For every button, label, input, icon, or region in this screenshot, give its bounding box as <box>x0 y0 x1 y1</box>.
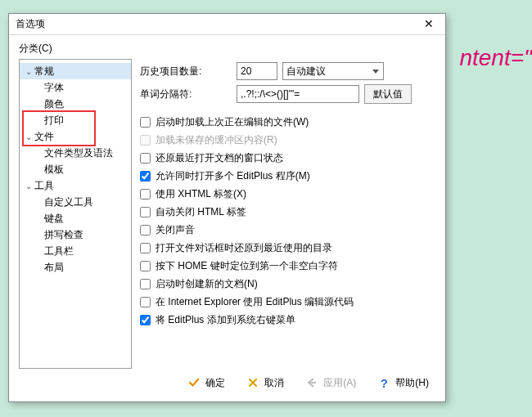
tree-item-11[interactable]: 工具栏 <box>20 243 131 259</box>
checkbox[interactable] <box>140 243 151 253</box>
tree-label: 拼写检查 <box>44 228 83 242</box>
check-row-5[interactable]: 自动关闭 HTML 标签 <box>140 203 435 221</box>
checkbox-label: 打开文件对话框时还原到最近使用的目录 <box>156 241 332 255</box>
history-count-input[interactable] <box>237 62 277 80</box>
background-code-snippet: ntent=" <box>459 45 532 71</box>
tree-label: 颜色 <box>44 97 64 111</box>
checkbox-label: 启动时创建新的文档(N) <box>156 277 258 291</box>
word-delimiter-label: 单词分隔符: <box>140 87 232 101</box>
tree-item-8[interactable]: 自定义工具 <box>20 194 131 210</box>
tree-item-7[interactable]: ⌄工具 <box>20 177 131 194</box>
x-icon <box>246 376 259 389</box>
cancel-label: 取消 <box>264 376 284 390</box>
help-button[interactable]: ? 帮助(H) <box>374 374 432 392</box>
tree-item-9[interactable]: 键盘 <box>20 210 131 226</box>
checkbox-label: 将 EditPlus 添加到系统右键菜单 <box>156 313 295 327</box>
tree-item-0[interactable]: ⌄常规 <box>20 63 131 79</box>
settings-panel: 历史项目数量: 单词分隔符: 默认值 启动时加载上次正在编辑的文件(W)加载未保… <box>140 59 435 369</box>
check-row-4[interactable]: 使用 XHTML 标签(X) <box>140 185 435 203</box>
tree-label: 模板 <box>44 163 64 177</box>
checkbox-label: 在 Internet Explorer 使用 EditPlus 编辑源代码 <box>156 295 354 309</box>
check-row-3[interactable]: 允许同时打开多个 EditPlus 程序(M) <box>140 167 435 185</box>
tree-label: 工具栏 <box>44 244 74 258</box>
expander-icon[interactable]: ⌄ <box>23 182 34 191</box>
help-label: 帮助(H) <box>395 376 429 390</box>
checkbox-label: 按下 HOME 键时定位到第一个非空白字符 <box>156 259 338 273</box>
checkbox <box>140 135 151 146</box>
history-count-label: 历史项目数量: <box>140 65 232 78</box>
word-delimiter-input[interactable] <box>237 85 359 103</box>
check-row-0[interactable]: 启动时加载上次正在编辑的文件(W) <box>140 113 435 131</box>
cancel-button[interactable]: 取消 <box>243 374 287 392</box>
checkbox[interactable] <box>140 315 151 325</box>
tree-item-12[interactable]: 布局 <box>20 259 131 276</box>
dialog-body: 分类(C) ⌄常规字体颜色打印⌄文件文件类型及语法模板⌄工具自定义工具键盘拼写检… <box>9 35 445 401</box>
check-row-9[interactable]: 启动时创建新的文档(N) <box>140 275 435 293</box>
main-area: ⌄常规字体颜色打印⌄文件文件类型及语法模板⌄工具自定义工具键盘拼写检查工具栏布局… <box>19 59 435 369</box>
suggest-combo-wrap <box>282 62 384 80</box>
apply-button: 应用(A) <box>302 374 359 392</box>
apply-label: 应用(A) <box>323 376 356 390</box>
tree-label: 字体 <box>44 81 64 95</box>
tree-item-4[interactable]: ⌄文件 <box>20 128 131 145</box>
delimiter-row: 单词分隔符: 默认值 <box>140 83 435 105</box>
checkbox[interactable] <box>140 189 151 200</box>
categories-label: 分类(C) <box>19 42 435 56</box>
tree-label: 键盘 <box>44 212 64 226</box>
check-row-11[interactable]: 将 EditPlus 添加到系统右键菜单 <box>140 311 435 329</box>
ok-label: 确定 <box>205 376 225 390</box>
apply-icon <box>305 376 318 389</box>
checkbox[interactable] <box>140 171 151 182</box>
checkbox-label: 自动关闭 HTML 标签 <box>156 205 246 219</box>
tree-label: 自定义工具 <box>44 195 93 209</box>
check-row-7[interactable]: 打开文件对话框时还原到最近使用的目录 <box>140 239 435 257</box>
close-button[interactable]: ✕ <box>417 16 440 33</box>
tree-item-3[interactable]: 打印 <box>20 112 131 128</box>
tree-label: 打印 <box>44 114 64 128</box>
tree-label: 工具 <box>34 179 54 193</box>
checkbox[interactable] <box>140 297 151 307</box>
checkbox[interactable] <box>140 153 151 164</box>
checkbox[interactable] <box>140 117 151 128</box>
dialog-title: 首选项 <box>16 17 45 31</box>
checkbox-list: 启动时加载上次正在编辑的文件(W)加载未保存的缓冲区内容(R)还原最近打开文档的… <box>140 113 435 329</box>
tree-label: 布局 <box>44 261 64 275</box>
tree-item-6[interactable]: 模板 <box>20 161 131 177</box>
checkbox[interactable] <box>140 279 151 289</box>
check-row-8[interactable]: 按下 HOME 键时定位到第一个非空白字符 <box>140 257 435 275</box>
check-row-6[interactable]: 关闭声音 <box>140 221 435 239</box>
check-row-10[interactable]: 在 Internet Explorer 使用 EditPlus 编辑源代码 <box>140 293 435 311</box>
ok-button[interactable]: 确定 <box>184 374 228 392</box>
check-icon <box>187 376 201 389</box>
checkbox-label: 使用 XHTML 标签(X) <box>156 187 246 201</box>
checkbox-label: 加载未保存的缓冲区内容(R) <box>156 133 277 147</box>
checkbox-label: 关闭声音 <box>156 223 195 237</box>
titlebar: 首选项 ✕ <box>9 14 445 35</box>
tree-label: 文件类型及语法 <box>44 146 113 160</box>
checkbox[interactable] <box>140 225 151 235</box>
checkbox-label: 启动时加载上次正在编辑的文件(W) <box>156 115 309 129</box>
expander-icon[interactable]: ⌄ <box>23 132 34 141</box>
tree-item-2[interactable]: 颜色 <box>20 96 131 112</box>
help-icon: ? <box>377 376 390 389</box>
tree-item-5[interactable]: 文件类型及语法 <box>20 145 131 161</box>
check-row-1: 加载未保存的缓冲区内容(R) <box>140 131 435 149</box>
suggest-combo[interactable] <box>282 62 384 80</box>
tree-item-10[interactable]: 拼写检查 <box>20 226 131 243</box>
checkbox[interactable] <box>140 207 151 217</box>
expander-icon[interactable]: ⌄ <box>23 67 34 76</box>
tree-item-1[interactable]: 字体 <box>20 79 131 96</box>
tree-label: 文件 <box>34 130 54 144</box>
history-row: 历史项目数量: <box>140 61 435 82</box>
tree-label: 常规 <box>34 65 54 78</box>
checkbox[interactable] <box>140 261 151 271</box>
checkbox-label: 允许同时打开多个 EditPlus 程序(M) <box>156 169 310 183</box>
default-button[interactable]: 默认值 <box>364 84 412 104</box>
preferences-dialog: 首选项 ✕ 分类(C) ⌄常规字体颜色打印⌄文件文件类型及语法模板⌄工具自定义工… <box>8 13 446 402</box>
check-row-2[interactable]: 还原最近打开文档的窗口状态 <box>140 149 435 167</box>
category-tree[interactable]: ⌄常规字体颜色打印⌄文件文件类型及语法模板⌄工具自定义工具键盘拼写检查工具栏布局 <box>19 59 132 369</box>
checkbox-label: 还原最近打开文档的窗口状态 <box>156 151 283 165</box>
dialog-buttons: 确定 取消 应用(A) ? 帮助(H) <box>19 369 435 397</box>
